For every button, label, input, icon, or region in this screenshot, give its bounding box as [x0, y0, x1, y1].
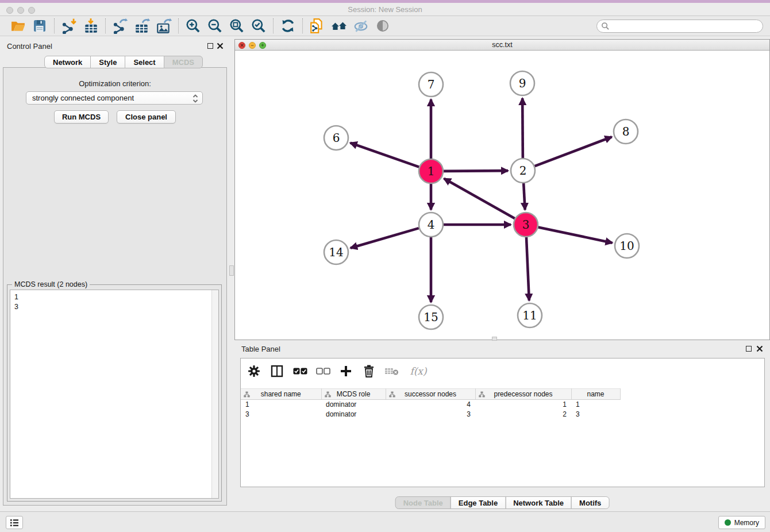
graph-edge-2-9[interactable] — [522, 98, 523, 158]
zoom-in-button[interactable] — [182, 17, 204, 34]
table-row[interactable]: 3dominator323 — [241, 410, 620, 419]
tab-network-table[interactable]: Network Table — [505, 496, 572, 509]
graph-node-11[interactable]: 11 — [518, 303, 542, 327]
network-canvas[interactable]: 7968124314101511 — [235, 51, 769, 340]
tab-node-table[interactable]: Node Table — [395, 496, 451, 509]
memory-status-icon — [725, 519, 731, 526]
select-all-checkboxes-button[interactable] — [292, 364, 307, 379]
apply-layout-button[interactable] — [277, 17, 299, 34]
graph-node-14[interactable]: 14 — [324, 240, 348, 264]
table-settings-button[interactable] — [247, 364, 261, 379]
column-type-icon — [244, 391, 250, 398]
zoom-fit-icon — [229, 18, 245, 34]
graph-node-10[interactable]: 10 — [615, 234, 639, 258]
zoom-selected-button[interactable] — [248, 17, 270, 34]
graph-edge-4-14[interactable] — [351, 228, 419, 248]
column-panel-button[interactable] — [270, 364, 284, 379]
tab-network[interactable]: Network — [44, 56, 91, 68]
hide-selected-button[interactable] — [350, 17, 372, 34]
save-session-button[interactable] — [29, 17, 51, 34]
graph-node-7[interactable]: 7 — [419, 72, 443, 97]
table-cell[interactable]: 3 — [571, 410, 620, 419]
search-field-wrap — [596, 20, 763, 33]
mcds-result-item[interactable]: 1 — [14, 292, 218, 302]
graph-node-15[interactable]: 15 — [419, 305, 443, 329]
tab-select[interactable]: Select — [125, 56, 164, 68]
task-history-button[interactable] — [6, 516, 23, 529]
duplicate-network-button[interactable] — [306, 17, 328, 34]
graph-edge-2-8[interactable] — [535, 137, 612, 166]
mcds-result-item[interactable]: 3 — [14, 302, 218, 312]
svg-text:14: 14 — [329, 245, 343, 259]
col-successor-nodes[interactable]: successor nodes — [386, 389, 475, 400]
table-cell[interactable]: 1 — [475, 400, 571, 410]
graph-edge-3-10[interactable] — [538, 228, 613, 243]
graph-edge-3-1[interactable] — [444, 179, 515, 218]
mcds-result-list[interactable]: 13 — [10, 290, 219, 499]
col-mcds-role[interactable]: MCDS role — [321, 389, 386, 400]
tab-style[interactable]: Style — [90, 56, 125, 68]
table-row[interactable]: 1dominator411 — [241, 400, 620, 410]
graph-node-2[interactable]: 2 — [511, 159, 535, 183]
result-scrollbar[interactable] — [211, 290, 218, 498]
close-table-panel-icon[interactable] — [756, 345, 763, 352]
import-table-button[interactable] — [80, 17, 102, 34]
graphics-details-button[interactable] — [372, 17, 394, 34]
table-cell[interactable]: dominator — [321, 410, 386, 419]
close-panel-icon[interactable] — [217, 43, 224, 49]
network-window-titlebar[interactable]: ✕ − + scc.txt — [235, 40, 769, 51]
svg-text:8: 8 — [622, 125, 630, 138]
table-cell[interactable]: 3 — [241, 410, 321, 419]
checked-boxes-icon — [293, 367, 307, 375]
tab-motifs[interactable]: Motifs — [571, 496, 609, 509]
graph-node-4[interactable]: 4 — [419, 213, 443, 237]
network-graph[interactable]: 7968124314101511 — [235, 51, 769, 340]
graph-node-9[interactable]: 9 — [510, 71, 534, 95]
svg-text:7: 7 — [428, 78, 435, 91]
col-name[interactable]: name — [571, 389, 620, 400]
table-cell[interactable]: 4 — [386, 400, 475, 410]
table-cell[interactable]: 1 — [241, 400, 321, 410]
function-builder-button[interactable]: f(x) — [407, 364, 429, 379]
horizontal-splitter-grip[interactable] — [492, 337, 497, 341]
vertical-splitter-grip[interactable] — [229, 265, 234, 276]
criterion-dropdown[interactable]: strongly connected component — [26, 91, 203, 105]
table-cell[interactable]: 1 — [571, 400, 620, 410]
search-input[interactable] — [596, 20, 763, 33]
graph-edge-3-11[interactable] — [526, 237, 529, 300]
table-cell[interactable]: 2 — [475, 410, 571, 419]
criterion-value: strongly connected component — [32, 94, 134, 102]
col-predecessor-nodes[interactable]: predecessor nodes — [475, 389, 571, 400]
export-network-button[interactable] — [109, 17, 131, 34]
tab-mcds[interactable]: MCDS — [164, 56, 203, 68]
graph-node-8[interactable]: 8 — [614, 119, 638, 144]
clear-all-checkboxes-button[interactable] — [315, 364, 330, 379]
graph-node-3[interactable]: 3 — [514, 213, 538, 237]
first-neighbors-button[interactable] — [328, 17, 350, 34]
control-panel-header: Control Panel — [0, 39, 230, 54]
table-cell[interactable]: 3 — [386, 410, 475, 419]
run-mcds-button[interactable]: Run MCDS — [54, 110, 109, 124]
zoom-fit-button[interactable] — [226, 17, 248, 34]
import-network-button[interactable] — [58, 17, 80, 34]
zoom-out-button[interactable] — [204, 17, 226, 34]
export-image-button[interactable] — [153, 17, 175, 34]
float-panel-icon[interactable] — [207, 43, 213, 49]
add-row-button[interactable] — [338, 364, 353, 379]
close-panel-button[interactable]: Close panel — [117, 110, 176, 124]
graph-edge-1-2[interactable] — [444, 171, 508, 171]
float-table-panel-icon[interactable] — [746, 346, 752, 352]
memory-button[interactable]: Memory — [718, 516, 765, 529]
graph-node-6[interactable]: 6 — [324, 126, 348, 150]
delete-column-button[interactable] — [384, 364, 399, 379]
tab-edge-table[interactable]: Edge Table — [451, 496, 506, 509]
graph-node-1[interactable]: 1 — [419, 159, 443, 183]
table-cell[interactable]: dominator — [321, 400, 386, 410]
col-shared-name[interactable]: shared name — [241, 389, 321, 400]
delete-row-button[interactable] — [361, 364, 376, 379]
graph-edge-1-6[interactable] — [351, 143, 419, 167]
network-window: ✕ − + scc.txt 7968124314101511 — [234, 39, 770, 340]
graph-edge-2-3[interactable] — [523, 183, 525, 210]
open-file-button[interactable] — [7, 17, 29, 34]
export-table-button[interactable] — [131, 17, 153, 34]
